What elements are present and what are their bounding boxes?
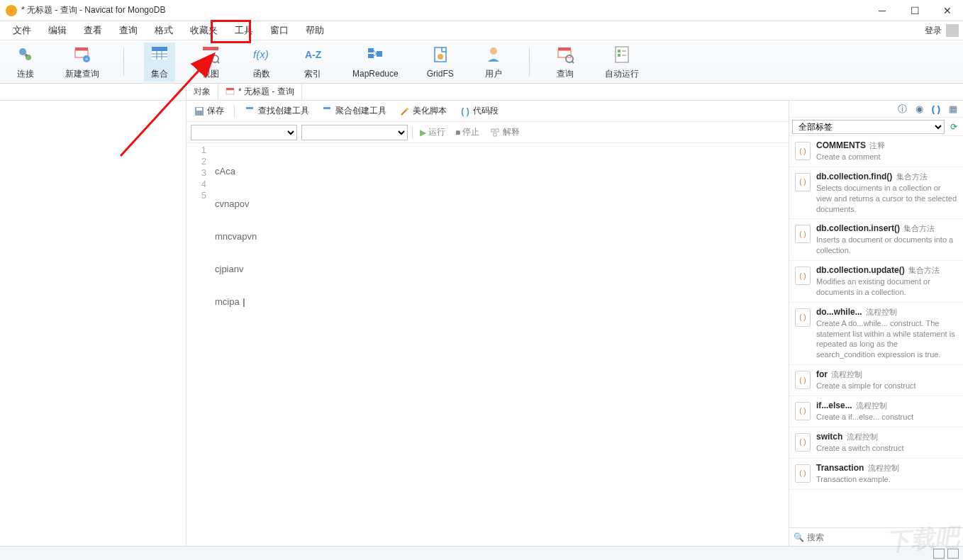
tool-user[interactable]: 用户 xyxy=(478,43,509,82)
login-link[interactable]: 登录 xyxy=(925,25,942,37)
svg-rect-37 xyxy=(226,90,234,94)
tab-document[interactable]: * 无标题 - 查询 xyxy=(218,84,302,100)
save-button[interactable]: 保存 xyxy=(191,103,227,118)
gridfs-icon xyxy=(430,45,451,66)
menu-tools[interactable]: 工具 xyxy=(226,21,262,40)
tool-collection-label: 集合 xyxy=(151,68,168,80)
explain-button[interactable]: 解释 xyxy=(486,125,523,140)
svg-rect-46 xyxy=(496,129,499,132)
eye-icon[interactable]: ◉ xyxy=(913,103,925,115)
menu-edit[interactable]: 编辑 xyxy=(40,21,75,40)
avatar-icon[interactable] xyxy=(946,24,959,37)
grid-icon[interactable]: ▦ xyxy=(947,103,959,115)
snippet-icon: ( ) xyxy=(795,267,811,285)
snippet-label: 代码段 xyxy=(473,105,499,117)
snippet-search[interactable]: 🔍 xyxy=(789,527,963,546)
stop-button[interactable]: ■ 停止 xyxy=(452,125,482,140)
tool-function[interactable]: f(x) 函数 xyxy=(246,43,277,82)
menubar: 文件 编辑 查看 查询 格式 收藏夹 工具 窗口 帮助 登录 xyxy=(0,21,963,40)
tool-index[interactable]: A-Z 索引 xyxy=(297,43,328,82)
tool-function-label: 函数 xyxy=(253,68,270,80)
snippet-item[interactable]: ( )do...while... 流程控制Create A do...while… xyxy=(789,303,963,365)
minimize-button[interactable]: ─ xyxy=(872,5,892,16)
search-input[interactable] xyxy=(807,532,959,542)
svg-rect-31 xyxy=(616,47,628,62)
statusbar xyxy=(0,546,963,560)
code-line: mcipa xyxy=(215,296,786,308)
tool-view[interactable]: 视图 xyxy=(195,43,226,82)
tool-connect[interactable]: 连接 xyxy=(10,43,41,82)
svg-text:A-Z: A-Z xyxy=(305,49,322,60)
menu-favorites[interactable]: 收藏夹 xyxy=(182,21,226,40)
code-content[interactable]: cAca cvnapov mncvapvn cjpianv mcipa xyxy=(212,143,789,546)
tool-gridfs[interactable]: GridFS xyxy=(423,43,458,80)
svg-rect-28 xyxy=(558,50,571,57)
code-editor[interactable]: 12345 cAca cvnapov mncvapvn cjpianv mcip… xyxy=(187,143,789,546)
refresh-icon[interactable]: ⟳ xyxy=(947,121,960,133)
tool-query[interactable]: 查询 xyxy=(550,43,581,82)
query-toolbar: ▶ 运行 ■ 停止 解释 xyxy=(187,122,789,143)
snippet-item[interactable]: ( )for 流程控制Create a simple for construct xyxy=(789,365,963,396)
autorun-icon xyxy=(611,44,633,65)
svg-rect-47 xyxy=(494,133,496,136)
find-builder-button[interactable]: 查找创建工具 xyxy=(242,103,312,118)
snippet-title: COMMENTS xyxy=(816,140,866,150)
menu-file[interactable]: 文件 xyxy=(4,21,40,40)
svg-rect-19 xyxy=(368,48,374,52)
connection-select[interactable] xyxy=(191,125,297,140)
menu-format[interactable]: 格式 xyxy=(146,21,182,40)
info-icon[interactable]: ⓘ xyxy=(896,103,908,115)
tab-objects[interactable]: 对象 xyxy=(187,84,218,100)
status-panel-1[interactable] xyxy=(933,549,945,559)
right-pane: ⓘ ◉ ( ) ▦ 全部标签 ⟳ ( )COMMENTS 注释Create a … xyxy=(789,101,963,546)
tab-objects-label: 对象 xyxy=(194,86,211,98)
snippet-button[interactable]: ( ) 代码段 xyxy=(457,103,501,118)
svg-text:f(x): f(x) xyxy=(253,48,269,60)
snippet-desc: Transaction example. xyxy=(816,474,957,485)
snippet-tag: 流程控制 xyxy=(856,401,887,410)
svg-line-23 xyxy=(374,54,377,56)
snippet-item[interactable]: ( )if...else... 流程控制Create a if...else..… xyxy=(789,396,963,427)
tool-autorun[interactable]: 自动运行 xyxy=(601,43,643,82)
menu-query[interactable]: 查询 xyxy=(111,21,146,40)
database-select[interactable] xyxy=(301,125,408,140)
snippet-title: do...while... xyxy=(816,307,862,317)
agg-builder-button[interactable]: 聚合创建工具 xyxy=(319,103,389,118)
snippet-title: db.collection.update() xyxy=(816,265,905,275)
menu-help[interactable]: 帮助 xyxy=(297,21,333,40)
titlebar: * 无标题 - 查询 - Navicat for MongoDB ─ ☐ ✕ xyxy=(0,0,963,21)
snippet-item[interactable]: ( )db.collection.insert() 集合方法Inserts a … xyxy=(789,219,963,261)
snippet-item[interactable]: ( )COMMENTS 注释Create a comment xyxy=(789,136,963,167)
braces-tab-icon[interactable]: ( ) xyxy=(930,103,942,115)
snippet-item[interactable]: ( )db.collection.update() 集合方法Modifies a… xyxy=(789,261,963,303)
menu-view[interactable]: 查看 xyxy=(75,21,111,40)
editor-pane: 保存 查找创建工具 聚合创建工具 美化脚本 ( ) 代码段 xyxy=(187,101,789,546)
snippet-tag: 集合方法 xyxy=(896,172,928,181)
status-panel-2[interactable] xyxy=(947,549,959,559)
tag-filter-select[interactable]: 全部标签 xyxy=(792,120,945,134)
find-builder-label: 查找创建工具 xyxy=(258,105,309,117)
tool-mapreduce[interactable]: MapReduce xyxy=(348,43,403,80)
menu-window[interactable]: 窗口 xyxy=(262,21,297,40)
snippet-item[interactable]: ( )Transaction 流程控制Transaction example. xyxy=(789,459,963,490)
tool-collection[interactable]: 集合 xyxy=(144,43,175,82)
snippet-desc: Inserts a document or documents into a c… xyxy=(816,235,957,256)
snippet-item[interactable]: ( )switch 流程控制Create a switch construct xyxy=(789,427,963,459)
app-icon xyxy=(6,5,17,16)
snippet-tag: 集合方法 xyxy=(903,224,935,233)
close-button[interactable]: ✕ xyxy=(937,5,957,16)
beautify-label: 美化脚本 xyxy=(413,105,447,117)
svg-point-0 xyxy=(19,48,26,55)
svg-rect-8 xyxy=(152,51,167,60)
explain-icon xyxy=(489,127,501,138)
wand-icon xyxy=(399,106,411,117)
tool-newquery[interactable]: + 新建查询 xyxy=(61,43,104,82)
beautify-button[interactable]: 美化脚本 xyxy=(396,103,450,118)
snippet-item[interactable]: ( )db.collection.find() 集合方法Selects docu… xyxy=(789,167,963,220)
maximize-button[interactable]: ☐ xyxy=(905,5,925,16)
svg-rect-41 xyxy=(246,109,253,113)
svg-rect-43 xyxy=(323,109,330,113)
run-button[interactable]: ▶ 运行 xyxy=(417,125,448,140)
snippet-list[interactable]: ( )COMMENTS 注释Create a comment( )db.coll… xyxy=(789,136,963,527)
newquery-icon: + xyxy=(72,44,93,65)
